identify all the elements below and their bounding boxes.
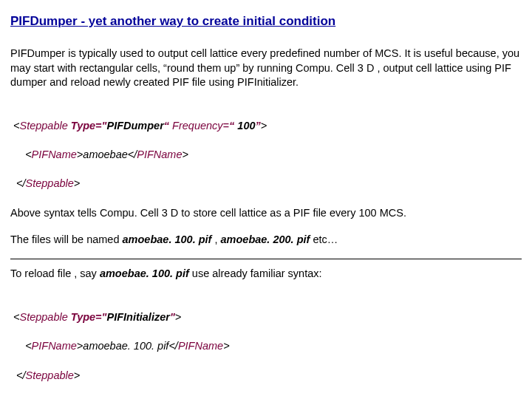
code-line: <PIFName>amoebae</PIFName> <box>13 134 522 163</box>
code-token: PIFName <box>137 149 182 160</box>
code-token: PIFInitializer <box>106 311 169 323</box>
code-token: PIFName <box>32 340 77 352</box>
code-token: amoebae. 100. pif <box>83 340 168 352</box>
code-token: Steppable <box>26 177 74 189</box>
code-token: </ <box>16 177 26 189</box>
code-token: </ <box>168 340 178 352</box>
code-token: < <box>25 340 31 352</box>
code-token: " <box>170 311 175 323</box>
code-token: > <box>175 311 181 323</box>
code-token: Type=" <box>71 311 107 323</box>
code-token: PIFDumper <box>106 120 163 132</box>
code-token: PIFName <box>178 340 223 352</box>
code-token: Type=" <box>71 120 107 132</box>
divider <box>10 259 522 259</box>
code-line: <PIFName>amoebae. 100. pif</PIFName> <box>13 325 522 354</box>
code-token: amoebae <box>83 149 127 160</box>
intro-paragraph: PIFDumper is typically used to output ce… <box>10 47 522 90</box>
code-token <box>13 149 25 160</box>
code-token: </ <box>16 369 26 381</box>
page-title: PIFDumper - yet another way to create in… <box>10 13 522 30</box>
document-page: PIFDumper - yet another way to create in… <box>0 0 532 399</box>
code-block-pifdumper: <Steppable Type="PIFDumper“ Frequency=“ … <box>10 102 522 194</box>
code-line: <Steppable Type="PIFInitializer"> <box>13 296 522 325</box>
code-token: 100 <box>237 120 255 132</box>
code-token: > <box>74 369 80 381</box>
code-line: </Steppable> <box>13 354 522 383</box>
explain-paragraph-3: To reload file , say amoebae. 100. pif u… <box>10 267 522 282</box>
filename-span: amoebae. 200. pif <box>221 233 310 245</box>
code-token: Steppable <box>19 311 67 323</box>
code-token: > <box>183 149 188 160</box>
code-token: “ <box>229 120 237 132</box>
text-span: use already familiar syntax: <box>189 267 322 279</box>
code-token: Steppable <box>26 369 74 381</box>
text-span: , <box>211 233 220 245</box>
explain-paragraph-2: The files will be named amoebae. 100. pi… <box>10 233 522 248</box>
code-token: > <box>223 340 229 352</box>
text-span: To reload file , say <box>10 267 100 279</box>
text-span: The files will be named <box>10 233 123 245</box>
code-token: < <box>25 149 31 160</box>
code-token: ” <box>256 120 261 132</box>
code-token: Steppable <box>19 120 67 132</box>
code-line: <Steppable Type="PIFDumper“ Frequency=“ … <box>13 105 522 134</box>
code-token: PIFName <box>32 149 77 160</box>
code-token: > <box>261 120 267 132</box>
code-token: > <box>74 177 80 189</box>
code-line: </Steppable> <box>13 163 522 191</box>
code-block-pifinitializer: <Steppable Type="PIFInitializer"> <PIFNa… <box>10 293 522 386</box>
text-span: etc… <box>310 233 338 245</box>
code-token <box>13 340 25 352</box>
code-token: Frequency= <box>172 120 229 132</box>
filename-span: amoebae. 100. pif <box>123 233 212 245</box>
code-token: “ <box>164 120 172 132</box>
explain-paragraph-1: Above syntax tells Compu. Cell 3 D to st… <box>10 206 522 221</box>
code-token: </ <box>128 149 137 160</box>
filename-span: amoebae. 100. pif <box>100 267 189 279</box>
